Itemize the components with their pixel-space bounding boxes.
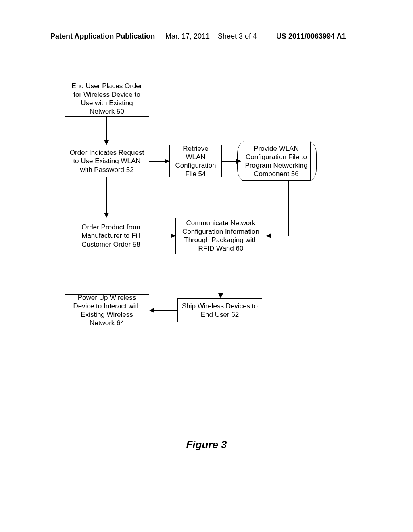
step-62-box: Ship Wireless Devices to End User 62 xyxy=(177,298,262,322)
step-64-box: Power Up Wireless Device to Interact wit… xyxy=(65,294,149,326)
arrow-60-62 xyxy=(221,254,221,294)
arrow-50-52 xyxy=(106,117,107,141)
arrow-54-56 xyxy=(222,161,238,162)
arrow-52-58 xyxy=(106,177,107,214)
arrow-56-60-v xyxy=(288,181,289,236)
step-60-box: Communicate Network Configuration Inform… xyxy=(175,218,266,254)
publication-number: US 2011/0063994 A1 xyxy=(276,32,346,41)
header-rule xyxy=(48,44,365,44)
step-50-box: End User Places Order for Wireless Devic… xyxy=(65,81,149,117)
sheet-number: Sheet 3 of 4 xyxy=(218,32,257,41)
arrowhead-62-64 xyxy=(149,308,154,313)
arrowhead-52-54 xyxy=(165,159,169,164)
patent-figure-page: Patent Application Publication Mar. 17, … xyxy=(0,0,413,532)
flowchart-diagram: End User Places Order for Wireless Devic… xyxy=(60,81,353,379)
arrow-52-54 xyxy=(149,161,165,162)
arrowhead-52-58 xyxy=(104,213,109,218)
publication-label: Patent Application Publication xyxy=(50,32,155,41)
arrowhead-58-60 xyxy=(171,233,175,238)
arrow-58-60 xyxy=(149,236,171,236)
figure-label: Figure 3 xyxy=(0,438,413,451)
publication-date: Mar. 17, 2011 xyxy=(165,32,210,41)
arrowhead-56-60 xyxy=(266,233,271,238)
arrowhead-54-56 xyxy=(236,159,241,164)
arrow-62-64 xyxy=(154,310,177,311)
step-54-box: Retrieve WLAN Configuration File 54 xyxy=(169,145,222,177)
arrowhead-60-62 xyxy=(218,293,223,298)
step-58-box: Order Product from Manufacturer to Fill … xyxy=(73,218,149,254)
arrow-56-60-h xyxy=(271,236,289,236)
arrowhead-50-52 xyxy=(104,140,109,145)
step-52-box: Order Indicates Request to Use Existing … xyxy=(65,145,149,177)
step-56-box: Provide WLAN Configuration File to Progr… xyxy=(242,142,311,181)
right-paren-arc xyxy=(308,141,317,181)
